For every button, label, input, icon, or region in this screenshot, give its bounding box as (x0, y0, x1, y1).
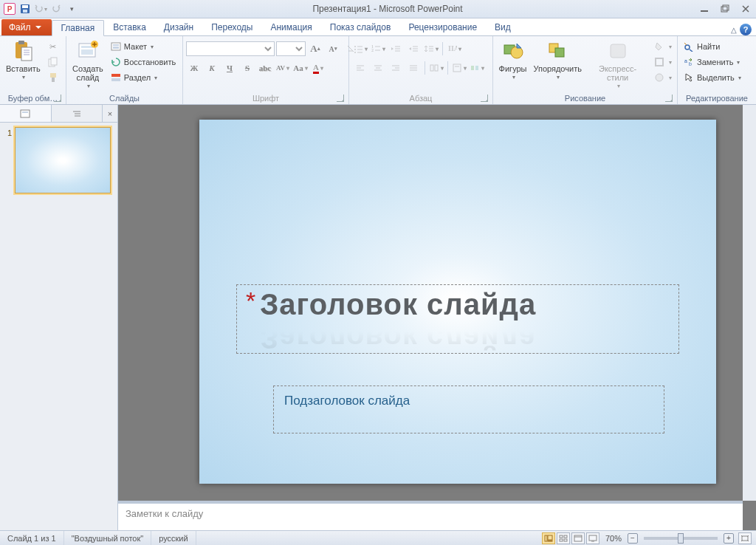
layout-button[interactable]: Макет▾ (108, 39, 178, 54)
tab-animations[interactable]: Анимация (261, 19, 320, 35)
group-font: A▴ A▾ Ж К Ч S abc AV▾ Aa▾ A▾ Шрифт (183, 36, 349, 104)
shrink-font-icon[interactable]: A▾ (325, 41, 341, 57)
fit-to-window-icon[interactable] (738, 532, 752, 544)
svg-rect-85 (564, 535, 567, 538)
group-font-label: Шрифт (186, 92, 346, 104)
italic-icon[interactable]: К (204, 60, 220, 76)
numbering-icon[interactable]: 12▾ (370, 41, 386, 57)
zoom-thumb[interactable] (678, 533, 684, 544)
qat-customize-icon[interactable]: ▾ (65, 2, 78, 16)
status-slide-count[interactable]: Слайд 1 из 1 (0, 531, 64, 545)
arrange-button[interactable]: Упорядочить▾ (531, 38, 584, 83)
zoom-slider[interactable] (644, 537, 718, 540)
clipboard-launcher-icon[interactable] (54, 95, 61, 102)
columns-icon[interactable]: ▾ (428, 60, 444, 76)
subtitle-text[interactable]: Подзаголовок слайда (284, 394, 410, 408)
shapes-button[interactable]: Фигуры▾ (496, 38, 529, 83)
font-size-select[interactable] (276, 41, 306, 56)
strike-icon[interactable]: S (239, 60, 255, 76)
bullet-asterisk-icon: * (246, 288, 255, 313)
close-icon[interactable] (738, 3, 753, 15)
grow-font-icon[interactable]: A▴ (307, 41, 323, 57)
svg-rect-18 (81, 49, 93, 55)
group-slides: Создать слайд▾ Макет▾ Восстановить Разде… (66, 36, 183, 104)
group-paragraph-label: Абзац (352, 92, 489, 104)
find-button[interactable]: Найти (681, 39, 743, 54)
shape-effects-button[interactable]: ▾ (651, 70, 674, 85)
format-painter-button[interactable] (45, 70, 61, 85)
copy-icon (47, 56, 59, 68)
tab-file[interactable]: Файл (1, 19, 52, 35)
decrease-indent-icon[interactable] (388, 41, 404, 57)
shadow-icon[interactable]: abc (257, 60, 273, 76)
copy-button[interactable] (45, 55, 61, 69)
align-text-icon[interactable]: ▾ (451, 60, 467, 76)
title-placeholder[interactable]: * Заголовок слайда (236, 284, 679, 354)
redo-icon[interactable] (49, 2, 63, 16)
vertical-scrollbar[interactable] (743, 105, 756, 501)
shape-fill-button[interactable]: ▾ (651, 39, 674, 54)
view-reading-icon[interactable] (571, 532, 585, 544)
status-language[interactable]: русский (151, 531, 196, 545)
tab-slideshow[interactable]: Показ слайдов (321, 19, 400, 35)
shape-outline-button[interactable]: ▾ (651, 55, 674, 69)
thumbnail-item[interactable]: 1 (3, 127, 114, 193)
slide-canvas[interactable]: * Заголовок слайда Подзаголовок слайда (199, 120, 716, 484)
font-family-select[interactable] (186, 41, 275, 56)
view-normal-icon[interactable] (542, 532, 555, 544)
zoom-percent[interactable]: 70% (605, 534, 622, 543)
increase-indent-icon[interactable] (405, 41, 422, 57)
font-launcher-icon[interactable] (337, 95, 344, 102)
subtitle-placeholder[interactable]: Подзаголовок слайда (273, 385, 664, 433)
slides-tab-icon[interactable] (0, 105, 52, 122)
quick-styles-button[interactable]: Экспресс-стили▾ (585, 38, 650, 92)
align-center-icon[interactable] (370, 60, 386, 76)
ribbon-tab-strip: Файл Главная Вставка Дизайн Переходы Ани… (0, 18, 756, 36)
smartart-icon[interactable]: ▾ (469, 60, 485, 76)
new-slide-button[interactable]: Создать слайд▾ (69, 38, 106, 92)
outline-tab-icon[interactable] (52, 105, 103, 122)
section-button[interactable]: Раздел▾ (108, 70, 178, 85)
tab-design[interactable]: Дизайн (155, 19, 202, 35)
justify-icon[interactable] (405, 60, 422, 76)
text-direction-icon[interactable]: IIA▾ (446, 41, 462, 57)
align-right-icon[interactable] (388, 60, 404, 76)
minimize-icon[interactable] (697, 3, 712, 15)
tab-transitions[interactable]: Переходы (202, 19, 261, 35)
save-icon[interactable] (18, 2, 32, 16)
view-sorter-icon[interactable] (557, 532, 570, 544)
tab-insert[interactable]: Вставка (104, 19, 155, 35)
ribbon-minimize-icon[interactable]: △ (731, 26, 737, 34)
drawing-launcher-icon[interactable] (665, 95, 673, 102)
zoom-in-icon[interactable]: + (724, 533, 734, 544)
replace-icon: ab (683, 56, 695, 68)
undo-icon[interactable]: ▾ (34, 2, 47, 16)
app-menu-icon[interactable]: P (3, 2, 16, 16)
tab-home[interactable]: Главная (52, 20, 105, 36)
bullets-icon[interactable]: ▾ (352, 41, 368, 57)
line-spacing-icon[interactable]: ▾ (423, 41, 439, 57)
align-left-icon[interactable] (352, 60, 368, 76)
thumbnail-close-icon[interactable]: × (103, 105, 117, 122)
paste-button[interactable]: Вставить▾ (3, 38, 44, 83)
view-slideshow-icon[interactable] (586, 532, 599, 544)
char-spacing-icon[interactable]: AV▾ (275, 60, 291, 76)
bold-icon[interactable]: Ж (186, 60, 202, 76)
title-text[interactable]: Заголовок слайда (260, 288, 536, 321)
paragraph-launcher-icon[interactable] (481, 95, 488, 102)
restore-button[interactable]: Восстановить (108, 55, 178, 69)
thumbnail-preview[interactable] (15, 127, 111, 193)
help-icon[interactable]: ? (740, 24, 752, 35)
zoom-out-icon[interactable]: − (628, 533, 638, 544)
change-case-icon[interactable]: Aa▾ (292, 60, 309, 76)
select-button[interactable]: Выделить▾ (681, 70, 743, 85)
replace-button[interactable]: abЗаменить▾ (681, 55, 743, 69)
font-color-icon[interactable]: A▾ (310, 60, 326, 76)
tab-review[interactable]: Рецензирование (399, 19, 486, 35)
restore-icon[interactable] (718, 3, 732, 15)
notes-pane[interactable]: Заметки к слайду (118, 501, 743, 530)
underline-icon[interactable]: Ч (221, 60, 238, 76)
tab-view[interactable]: Вид (486, 19, 520, 35)
status-theme[interactable]: "Воздушный поток" (64, 531, 152, 545)
cut-button[interactable]: ✂ (45, 39, 61, 54)
